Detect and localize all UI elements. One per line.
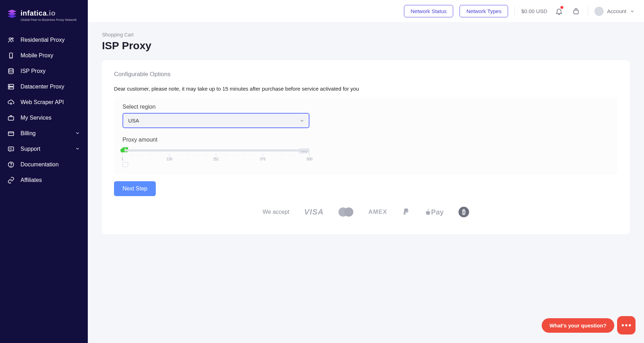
sidebar-item-label: Residential Proxy [21, 37, 65, 43]
paypal-icon [402, 207, 410, 217]
sidebar-item-affiliates[interactable]: Affiliates [0, 172, 88, 188]
sidebar-item-label: Documentation [21, 161, 59, 168]
chat-open-button[interactable] [617, 316, 636, 335]
network-status-button[interactable]: Network Status [404, 5, 454, 17]
server-icon [7, 83, 15, 91]
chat-prompt[interactable]: What's your question? [542, 318, 614, 333]
logo-icon [7, 9, 17, 19]
svg-rect-10 [8, 132, 14, 136]
users-icon [7, 36, 15, 44]
region-label: Select region [122, 104, 609, 110]
account-menu[interactable]: Account [594, 7, 635, 16]
brand-name: infatica.io [21, 9, 77, 17]
notification-dot-icon [560, 6, 563, 9]
sidebar-item-support[interactable]: Support [0, 141, 88, 157]
next-step-button[interactable]: Next Step [114, 181, 156, 196]
visa-icon: VISA [304, 207, 324, 217]
slider-tick: 1 [121, 154, 124, 161]
svg-point-4 [8, 69, 13, 70]
sidebar-item-label: My Services [21, 115, 51, 121]
chat-bar-icon [7, 145, 15, 153]
database-icon [7, 67, 15, 75]
payment-methods: We accept VISA AMEX Pay ₿ [114, 207, 618, 217]
svg-point-8 [9, 88, 10, 88]
mastercard-icon [338, 207, 353, 217]
sidebar-item-residential-proxy[interactable]: Residential Proxy [0, 32, 88, 48]
breadcrumb[interactable]: Shopping Cart [102, 32, 630, 38]
options-card: Configurable Options Dear customer, plea… [102, 60, 630, 234]
proxy-amount-block: Proxy amount 1 500 1126251375500 [122, 137, 609, 161]
apple-pay-icon: Pay [425, 208, 444, 216]
balance-display: $0.00 USD [521, 8, 547, 14]
divider [514, 6, 515, 16]
region-select[interactable]: USA [122, 113, 309, 128]
sidebar-item-my-services[interactable]: My Services [0, 110, 88, 126]
amount-label: Proxy amount [122, 137, 609, 143]
page-content: Shopping Cart ISP Proxy Configurable Opt… [88, 23, 644, 244]
sidebar: infatica.io Global Peer-to-Business Prox… [0, 0, 88, 343]
logo[interactable]: infatica.io Global Peer-to-Business Prox… [0, 4, 88, 29]
sidebar-item-label: Support [21, 146, 40, 152]
sidebar-item-label: Mobile Proxy [21, 52, 53, 59]
activation-note: Dear customer, please note, it may take … [114, 86, 618, 92]
sidebar-item-label: Billing [21, 130, 36, 137]
sidebar-item-label: ISP Proxy [21, 68, 46, 74]
page-title: ISP Proxy [102, 40, 630, 52]
avatar-icon [594, 7, 604, 16]
cart-button[interactable] [571, 6, 581, 17]
notifications-button[interactable] [554, 6, 564, 17]
chevron-down-icon [630, 9, 635, 14]
sidebar-item-label: Web Scraper API [21, 99, 64, 105]
slider-tick: 375 [260, 154, 266, 161]
svg-point-14 [11, 166, 11, 166]
chevron-down-icon [75, 131, 81, 136]
sidebar-item-documentation[interactable]: Documentation [0, 157, 88, 172]
sidebar-item-label: Affiliates [21, 177, 42, 183]
card-icon [7, 130, 15, 137]
chat-icon [622, 324, 631, 326]
slider-tick: 126 [166, 154, 172, 161]
sidebar-item-billing[interactable]: Billing [0, 126, 88, 141]
help-circle-icon [7, 161, 15, 168]
svg-rect-15 [574, 10, 578, 14]
account-label: Account [607, 8, 626, 14]
sidebar-item-label: Datacenter Proxy [21, 84, 64, 90]
svg-point-0 [9, 38, 11, 40]
slider-tick: 251 [213, 154, 219, 161]
slider-tick: 500 [307, 154, 313, 161]
sidebar-item-isp-proxy[interactable]: ISP Proxy [0, 63, 88, 79]
mobile-icon [7, 52, 15, 59]
slider-ticks: 1126251375500 [122, 154, 309, 161]
slider-thumb[interactable] [120, 148, 125, 153]
link-icon [7, 176, 15, 184]
sidebar-item-web-scraper-api[interactable]: Web Scraper API [0, 95, 88, 110]
region-select-wrapper: USA [122, 113, 309, 128]
slider-track[interactable] [122, 149, 309, 152]
amex-icon: AMEX [368, 208, 387, 216]
bitcoin-icon: ₿ [458, 207, 469, 217]
cloud-download-icon [7, 98, 15, 106]
chevron-down-icon [75, 146, 81, 152]
network-types-button[interactable]: Network Types [460, 5, 508, 17]
amount-input-chip[interactable] [122, 162, 128, 167]
briefcase-icon [7, 114, 15, 122]
main: Network Status Network Types $0.00 USD A… [88, 0, 644, 343]
sidebar-nav: Residential Proxy Mobile Proxy ISP Proxy… [0, 29, 88, 191]
config-panel: Select region USA Proxy amount 1 500 [114, 97, 618, 174]
brand-tagline: Global Peer-to-Business Proxy Network [21, 18, 77, 22]
svg-rect-9 [8, 117, 14, 120]
section-heading: Configurable Options [114, 71, 618, 78]
svg-point-7 [9, 85, 10, 86]
bag-icon [572, 7, 580, 15]
amount-slider[interactable]: 1 500 1126251375500 [122, 149, 309, 161]
svg-point-1 [12, 38, 13, 39]
sidebar-item-mobile-proxy[interactable]: Mobile Proxy [0, 48, 88, 63]
topbar: Network Status Network Types $0.00 USD A… [88, 0, 644, 23]
divider [588, 6, 588, 16]
we-accept-label: We accept [263, 209, 289, 215]
chat-widget: What's your question? [542, 316, 636, 335]
sidebar-item-datacenter-proxy[interactable]: Datacenter Proxy [0, 79, 88, 95]
